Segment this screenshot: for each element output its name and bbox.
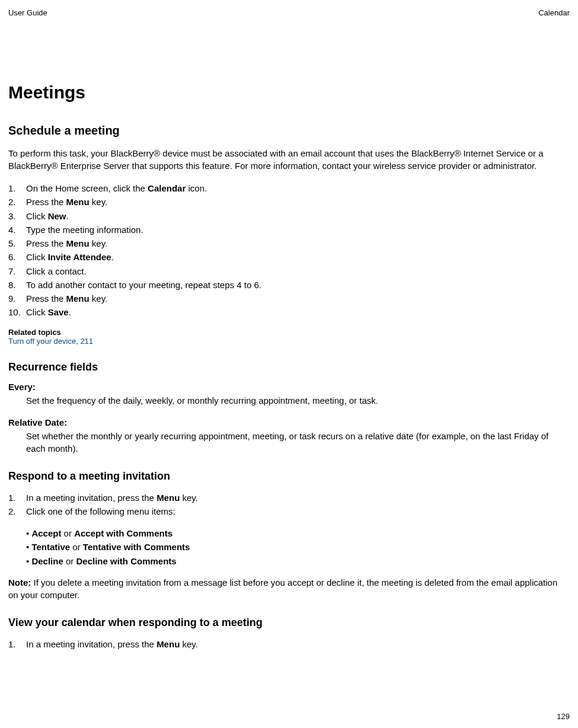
step-item: 1.On the Home screen, click the Calendar… xyxy=(8,181,570,195)
page-header: User Guide Calendar xyxy=(8,8,570,17)
schedule-steps: 1.On the Home screen, click the Calendar… xyxy=(8,181,570,320)
step-item: 3.Click New. xyxy=(8,209,570,223)
step-item: 7.Click a contact. xyxy=(8,264,570,278)
every-label: Every: xyxy=(8,382,570,392)
step-item: 1.In a meeting invitation, press the Men… xyxy=(8,637,570,651)
page-title: Meetings xyxy=(8,82,570,103)
respond-steps: 1.In a meeting invitation, press the Men… xyxy=(8,491,570,519)
step-item: 8.To add another contact to your meeting… xyxy=(8,278,570,292)
step-item: 5.Press the Menu key. xyxy=(8,237,570,250)
relative-date-description: Set whether the monthly or yearly recurr… xyxy=(26,430,570,455)
view-steps: 1.In a meeting invitation, press the Men… xyxy=(8,637,570,651)
bullet-item: Tentative or Tentative with Comments xyxy=(26,540,570,554)
respond-note: Note: If you delete a meeting invitation… xyxy=(8,576,570,601)
schedule-intro: To perform this task, your BlackBerry® d… xyxy=(8,147,570,172)
recurrence-heading: Recurrence fields xyxy=(8,361,570,373)
relative-date-label: Relative Date: xyxy=(8,417,570,427)
step-item: 10.Click Save. xyxy=(8,305,570,319)
step-item: 1.In a meeting invitation, press the Men… xyxy=(8,491,570,505)
step-item: 2.Click one of the following menu items: xyxy=(8,505,570,518)
respond-bullets: Accept or Accept with Comments Tentative… xyxy=(26,526,570,568)
step-item: 6.Click Invite Attendee. xyxy=(8,250,570,264)
schedule-heading: Schedule a meeting xyxy=(8,124,570,138)
step-item: 9.Press the Menu key. xyxy=(8,292,570,305)
page-number: 129 xyxy=(557,712,570,721)
bullet-item: Decline or Decline with Comments xyxy=(26,554,570,568)
step-item: 4.Type the meeting information. xyxy=(8,223,570,237)
header-right: Calendar xyxy=(538,8,570,17)
related-topics-label: Related topics xyxy=(8,328,570,337)
bullet-item: Accept or Accept with Comments xyxy=(26,526,570,540)
header-left: User Guide xyxy=(8,8,47,17)
related-link[interactable]: Turn off your device, 211 xyxy=(8,337,570,346)
every-description: Set the frequency of the daily, weekly, … xyxy=(26,394,570,407)
respond-heading: Respond to a meeting invitation xyxy=(8,470,570,483)
step-item: 2.Press the Menu key. xyxy=(8,195,570,209)
view-heading: View your calendar when responding to a … xyxy=(8,617,570,629)
